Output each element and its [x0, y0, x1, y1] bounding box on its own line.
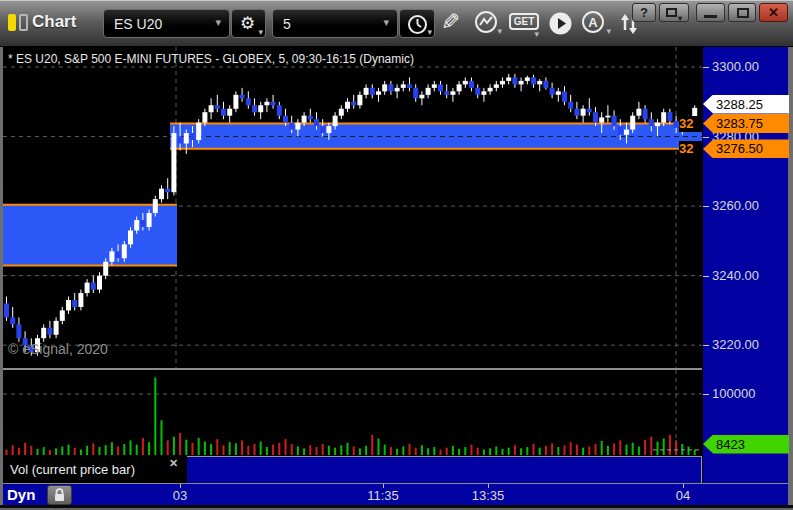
- candle-body: [41, 328, 46, 338]
- candle-body: [60, 310, 65, 320]
- candle-body: [277, 105, 282, 115]
- volume-bar: [526, 447, 528, 455]
- interval-combo[interactable]: 5 ▾: [272, 9, 398, 38]
- candle-body: [345, 102, 350, 109]
- band-bottom-price-label-clipped: 32: [679, 141, 702, 157]
- help-button[interactable]: ?: [632, 3, 656, 22]
- volume-bar: [396, 449, 398, 455]
- symbol-combo[interactable]: ES U20 ▾: [103, 9, 230, 38]
- candle-body: [556, 91, 561, 94]
- volume-bar: [688, 446, 690, 455]
- gear-icon: ⚙: [240, 13, 255, 34]
- volume-bar: [601, 441, 603, 455]
- volume-bar: [123, 444, 125, 455]
- volume-bar: [167, 440, 169, 455]
- chevron-down-icon: ▾: [215, 16, 221, 29]
- price-tick-label: 3260.00: [712, 198, 759, 213]
- volume-bar: [55, 448, 57, 455]
- volume-bar: [322, 444, 324, 455]
- volume-bar: [564, 445, 566, 455]
- minimize-icon: [704, 15, 717, 18]
- volume-bar: [545, 446, 547, 455]
- close-button[interactable]: ✕: [759, 3, 788, 22]
- price-pane-canvas[interactable]: [3, 47, 702, 368]
- candle-body: [233, 95, 238, 109]
- candle-body: [500, 81, 505, 84]
- chevron-down-icon: ▾: [427, 28, 432, 37]
- candle-body: [140, 220, 145, 227]
- dock-button[interactable]: ▾: [659, 3, 689, 22]
- volume-bar: [644, 440, 646, 455]
- candle-body: [519, 81, 524, 84]
- candle-body: [450, 91, 455, 94]
- candle-body: [643, 109, 648, 119]
- candle-body: [674, 121, 679, 128]
- chevron-down-icon: ▾: [497, 27, 502, 36]
- volume-bar: [24, 443, 26, 455]
- volume-bar: [632, 443, 634, 455]
- volume-bar: [415, 448, 417, 455]
- volume-bar: [508, 448, 510, 455]
- close-icon[interactable]: ✕: [169, 457, 178, 470]
- maximize-button[interactable]: [728, 3, 756, 22]
- indicator-zigzag-icon: [474, 10, 498, 34]
- get-data-button[interactable]: GET ▾: [509, 13, 541, 39]
- volume-bar: [340, 445, 342, 455]
- volume-bar: [6, 450, 8, 455]
- candle-body: [258, 105, 263, 112]
- candle-body: [599, 117, 604, 122]
- candle-body: [568, 102, 573, 109]
- candle-body: [221, 109, 226, 116]
- price-tick-mark: [703, 137, 709, 138]
- volume-bar: [130, 440, 132, 455]
- candle-body: [10, 317, 15, 324]
- candle-body: [432, 84, 437, 87]
- dynamic-mode-label[interactable]: Dyn: [7, 486, 35, 503]
- lock-button[interactable]: [47, 485, 72, 505]
- volume-bar: [229, 442, 231, 455]
- volume-bar: [235, 443, 237, 455]
- indicator-button[interactable]: ▾: [474, 10, 504, 38]
- volume-bar: [260, 442, 262, 455]
- candle-body: [16, 324, 21, 338]
- volume-bar: [68, 445, 70, 455]
- candle-body: [147, 213, 152, 227]
- volume-bar: [402, 446, 404, 455]
- candle-body: [469, 81, 474, 88]
- volume-bar: [483, 450, 485, 455]
- volume-bar: [595, 444, 597, 455]
- candle-body: [562, 91, 567, 101]
- candle-body: [227, 109, 232, 116]
- settings-button[interactable]: ⚙ ▾: [231, 9, 266, 38]
- candle-body: [308, 116, 313, 119]
- volume-bar: [105, 445, 107, 455]
- candle-body: [165, 189, 170, 192]
- volume-bar: [619, 440, 621, 455]
- pencil-icon[interactable]: ✎: [441, 9, 460, 36]
- candle-body: [54, 321, 59, 335]
- volume-bar: [303, 448, 305, 455]
- volume-bar: [216, 439, 218, 455]
- minimize-button[interactable]: [696, 3, 725, 22]
- volume-pane-canvas[interactable]: [3, 370, 702, 456]
- candle-body: [320, 126, 325, 133]
- volume-bar: [650, 437, 652, 455]
- candle-body: [246, 98, 251, 105]
- volume-bar: [37, 449, 39, 455]
- time-template-button[interactable]: ▾: [399, 9, 435, 38]
- time-axis[interactable]: Dyn 0311:3513:3504: [3, 483, 788, 505]
- price-tick-mark: [703, 206, 709, 207]
- candle-body: [525, 77, 530, 80]
- volume-bar: [210, 444, 212, 455]
- chevron-down-icon: ▾: [534, 30, 539, 39]
- volume-bar: [179, 433, 181, 455]
- volume-bar: [223, 445, 225, 455]
- play-button[interactable]: [548, 11, 573, 36]
- volume-bar: [663, 439, 665, 455]
- chart-header: * ES U20, S&P 500 E-MINI FUTURES - GLOBE…: [8, 52, 414, 66]
- volume-bar: [43, 447, 45, 455]
- annotation-button[interactable]: A ▾: [581, 10, 613, 38]
- volume-bar: [198, 438, 200, 455]
- price-tick-mark: [703, 394, 709, 395]
- window-app-icon-pane: [19, 14, 28, 31]
